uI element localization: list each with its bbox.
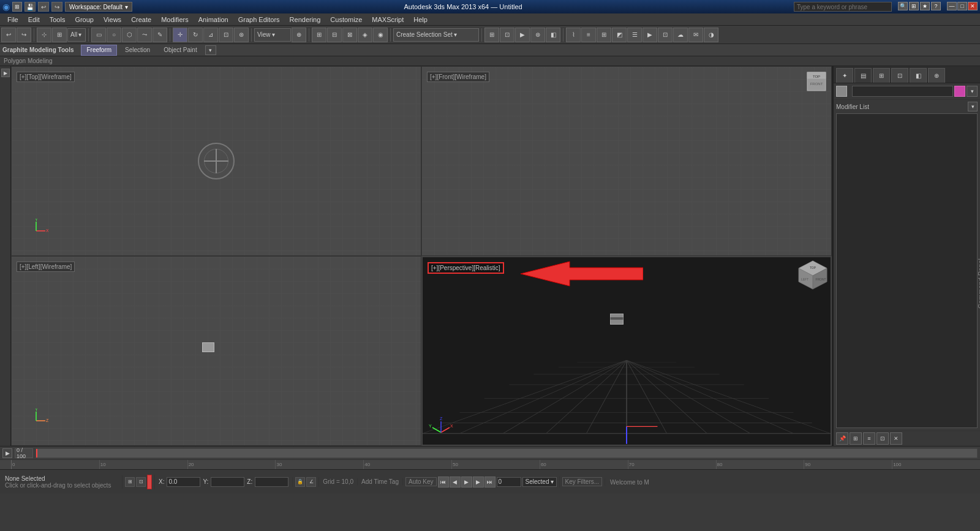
remove-modifier-btn[interactable]: ✕	[890, 432, 902, 445]
play-btn[interactable]: ▶	[461, 476, 472, 488]
quick-access-save[interactable]: 💾	[24, 2, 36, 12]
key-filters-btn[interactable]: Key Filters...	[562, 477, 603, 486]
menu-graph-editors[interactable]: Graph Editors	[233, 13, 285, 26]
viewport-top[interactable]: [+][Top][Wireframe] X Y	[11, 66, 421, 256]
key-mode-btn[interactable]: ⊞	[484, 28, 499, 42]
prev-key-btn[interactable]: ◀	[450, 476, 461, 488]
color-swatch-pink[interactable]	[954, 86, 965, 97]
normal-align-btn[interactable]: ⊠	[342, 28, 357, 42]
timeline-frame-display[interactable]: 0 / 100	[15, 448, 33, 458]
dope-sheet-btn[interactable]: ≡	[581, 28, 596, 42]
close-btn[interactable]: ✕	[968, 2, 978, 10]
prev-frame-btn[interactable]: ⏮	[438, 476, 449, 488]
menu-views[interactable]: Views	[99, 13, 126, 26]
next-frame-btn[interactable]: ⏭	[484, 476, 496, 488]
help-icon-btn[interactable]: ?	[931, 2, 941, 10]
x-input[interactable]	[167, 477, 200, 487]
select-tool-btn[interactable]: ⊹	[37, 28, 51, 42]
menu-tools[interactable]: Tools	[45, 13, 70, 26]
bookmark-icon-btn[interactable]: ★	[920, 2, 930, 10]
menu-maxscript[interactable]: MAXScript	[367, 13, 409, 26]
timeline-track[interactable]	[36, 448, 978, 458]
lasso-select-btn[interactable]: ⤳	[137, 28, 152, 42]
search-input[interactable]	[794, 2, 892, 12]
cp-tab-utilities[interactable]: ⊕	[928, 68, 945, 83]
circle-select-btn[interactable]: ○	[107, 28, 121, 42]
configure-modifier-sets-btn[interactable]: ⊞	[850, 432, 862, 445]
named-sel-dropdown[interactable]: Create Selection Set ▾	[393, 28, 479, 42]
env-effects-btn[interactable]: ☁	[673, 28, 688, 42]
fence-select-btn[interactable]: ⬡	[122, 28, 137, 42]
material-editor-btn[interactable]: ◩	[612, 28, 627, 42]
cp-tab-motion[interactable]: ⊡	[891, 68, 908, 83]
extra-btn[interactable]: ▾	[205, 45, 216, 55]
redo-btn[interactable]: ↪	[17, 28, 31, 42]
isolate-sel-btn[interactable]: ◉	[373, 28, 388, 42]
align-btn[interactable]: ⊟	[327, 28, 342, 42]
snap-icon-btn[interactable]: ⊞	[909, 2, 919, 10]
search-icon-btn[interactable]: 🔍	[898, 2, 908, 10]
select-move-btn[interactable]: ✛	[173, 28, 187, 42]
selection-tab[interactable]: Selection	[119, 45, 156, 56]
cp-tab-display[interactable]: ◧	[910, 68, 927, 83]
select-by-name-btn[interactable]: ⊞	[52, 28, 67, 42]
menu-customize[interactable]: Customize	[325, 13, 367, 26]
placement-btn[interactable]: ⊛	[234, 28, 249, 42]
show-all-subtrees-btn[interactable]: ≡	[863, 432, 875, 445]
freeform-tab[interactable]: Freeform	[81, 45, 117, 56]
schematic-view-btn[interactable]: ⊞	[597, 28, 611, 42]
selected-dropdown[interactable]: Selected ▾	[522, 477, 557, 487]
coord-dropdown[interactable]: View ▾	[254, 28, 291, 42]
quick-render-btn[interactable]: ▶	[643, 28, 657, 42]
viewport-perspective[interactable]: [+][Perspective][Realistic] TOP LEFT FRO…	[421, 256, 832, 446]
autokey-indicator[interactable]	[147, 475, 152, 489]
menu-rendering[interactable]: Rendering	[285, 13, 326, 26]
scale-btn[interactable]: ⊿	[203, 28, 218, 42]
squash-btn[interactable]: ⊡	[219, 28, 233, 42]
angle-snap-toggle[interactable]: ∠	[306, 477, 316, 487]
time-cfg-btn[interactable]: ⊡	[500, 28, 514, 42]
menu-edit[interactable]: Edit	[23, 13, 45, 26]
status-tool-2[interactable]: ⊡	[136, 477, 146, 487]
menu-modifiers[interactable]: Modifiers	[156, 13, 194, 26]
menu-create[interactable]: Create	[126, 13, 156, 26]
paint-select-btn[interactable]: ✎	[153, 28, 167, 42]
workspace-dropdown[interactable]: Workspace: Default ▾	[65, 2, 132, 12]
undo-btn[interactable]: ↩	[1, 28, 16, 42]
place-highlight-btn[interactable]: ◈	[358, 28, 372, 42]
modifier-list-dropdown[interactable]: ▾	[968, 102, 978, 111]
y-input[interactable]	[211, 477, 244, 487]
viewport-front[interactable]: [+][Front][Wireframe] TOP FRONT	[421, 66, 832, 256]
z-input[interactable]	[255, 477, 288, 487]
left-tool-1[interactable]: ▶	[1, 69, 10, 77]
status-tool-1[interactable]: ⊞	[125, 477, 135, 487]
snap-toggle[interactable]: 🔒	[295, 477, 305, 487]
name-field[interactable]	[852, 86, 953, 97]
menu-group[interactable]: Group	[70, 13, 99, 26]
render-msg-btn[interactable]: ✉	[688, 28, 703, 42]
rect-select-btn[interactable]: ▭	[91, 28, 106, 42]
modifier-list-box[interactable]	[836, 113, 978, 428]
timeline-play-btn[interactable]: ▶	[2, 448, 12, 458]
object-paint-tab[interactable]: Object Paint	[158, 45, 202, 56]
show-world-space-btn[interactable]: ⊡	[876, 432, 889, 445]
quick-access-redo[interactable]: ↪	[51, 2, 62, 12]
quick-access-undo[interactable]: ↩	[38, 2, 49, 12]
motion-capture-btn[interactable]: ⊛	[530, 28, 545, 42]
mirror-btn[interactable]: ⊞	[312, 28, 326, 42]
minimize-btn[interactable]: —	[947, 2, 957, 10]
menu-animation[interactable]: Animation	[194, 13, 233, 26]
cp-tab-hierarchy[interactable]: ⊞	[873, 68, 890, 83]
render-frame-btn[interactable]: ⊡	[658, 28, 673, 42]
menu-file[interactable]: File	[2, 13, 23, 26]
color-swatch-gray[interactable]	[836, 86, 847, 97]
autokey-btn[interactable]: Auto Key	[405, 477, 437, 486]
menu-help[interactable]: Help	[409, 13, 432, 26]
cp-tab-create[interactable]: ✦	[836, 68, 853, 83]
maximize-btn[interactable]: □	[957, 2, 967, 10]
frame-input[interactable]	[497, 477, 521, 487]
anim-playback-btn[interactable]: ▶	[515, 28, 530, 42]
anim-constraints-btn[interactable]: ◧	[546, 28, 560, 42]
pin-stack-btn[interactable]: 📌	[836, 432, 848, 445]
rotate-btn[interactable]: ↻	[188, 28, 203, 42]
